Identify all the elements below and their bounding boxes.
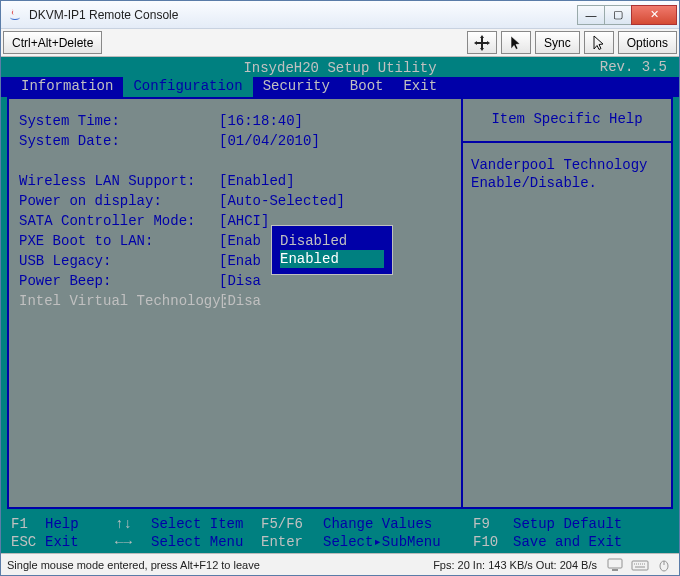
cursor-outline-icon[interactable] [584, 31, 614, 54]
menu-item-exit[interactable]: Exit [393, 77, 447, 97]
app-window: DKVM-IP1 Remote Console — ▢ ✕ Ctrl+Alt+D… [0, 0, 680, 576]
setting-value: [Enab [219, 231, 261, 251]
legend-key: ↑↓ [115, 515, 151, 533]
legend-action: Select Item [151, 515, 261, 533]
monitor-icon [607, 558, 625, 572]
keyboard-icon [631, 558, 649, 572]
setting-label: USB Legacy: [19, 251, 219, 271]
bios-revision: Rev. 3.5 [600, 57, 667, 77]
svg-rect-1 [612, 569, 618, 571]
close-button[interactable]: ✕ [631, 5, 677, 25]
setting-value: [Disa [219, 271, 261, 291]
legend-action: Setup Default [513, 515, 669, 533]
bios-body: System Time:[16:18:40]System Date:[01/04… [7, 97, 673, 509]
popup-option[interactable]: Disabled [280, 232, 384, 250]
setting-value: [AHCI] [219, 211, 269, 231]
setting-label: SATA Controller Mode: [19, 211, 219, 231]
menu-item-information[interactable]: Information [11, 77, 123, 97]
help-text: Vanderpool Technology Enable/Disable. [471, 157, 663, 192]
setting-value: [Enabled] [219, 171, 295, 191]
bios-header: InsydeH20 Setup Utility Rev. 3.5 [1, 57, 679, 77]
ctrl-alt-delete-button[interactable]: Ctrl+Alt+Delete [3, 31, 102, 54]
legend-key: F5/F6 [261, 515, 323, 533]
bios-help-panel: Item Specific Help Vanderpool Technology… [461, 99, 671, 507]
setting-value: [Auto-Selected] [219, 191, 345, 211]
setting-row[interactable]: Wireless LAN Support:[Enabled] [19, 171, 451, 191]
setting-label: Power on display: [19, 191, 219, 211]
menu-item-security[interactable]: Security [253, 77, 340, 97]
setting-label: Intel Virtual Technology: [19, 291, 219, 311]
legend-row-2: ESC Exit ←→ Select Menu Enter Select▸Sub… [11, 533, 669, 551]
svg-rect-2 [632, 561, 648, 570]
status-right: Fps: 20 In: 143 KB/s Out: 204 B/s [433, 559, 597, 571]
legend-action: Help [45, 515, 115, 533]
bios-title: InsydeH20 Setup Utility [243, 60, 436, 76]
setting-row[interactable]: System Time:[16:18:40] [19, 111, 451, 131]
options-button[interactable]: Options [618, 31, 677, 54]
setting-label: Wireless LAN Support: [19, 171, 219, 191]
legend-action: Select▸SubMenu [323, 533, 473, 551]
legend-key: F1 [11, 515, 45, 533]
legend-row-1: F1 Help ↑↓ Select Item F5/F6 Change Valu… [11, 515, 669, 533]
window-buttons: — ▢ ✕ [578, 5, 677, 25]
status-icons [607, 558, 673, 572]
cursor-icon[interactable] [501, 31, 531, 54]
bios-screen: InsydeH20 Setup Utility Rev. 3.5 Informa… [1, 57, 679, 553]
minimize-button[interactable]: — [577, 5, 605, 25]
status-left: Single mouse mode entered, press Alt+F12… [7, 559, 433, 571]
setting-label: PXE Boot to LAN: [19, 231, 219, 251]
window-title: DKVM-IP1 Remote Console [29, 8, 578, 22]
legend-key: ←→ [115, 533, 151, 551]
bios-settings-panel: System Time:[16:18:40]System Date:[01/04… [9, 99, 461, 507]
legend-action: Select Menu [151, 533, 261, 551]
setting-label: System Time: [19, 111, 219, 131]
maximize-button[interactable]: ▢ [604, 5, 632, 25]
legend-key: F10 [473, 533, 513, 551]
popup-option[interactable]: Enabled [280, 250, 384, 268]
setting-row[interactable]: System Date:[01/04/2010] [19, 131, 451, 151]
value-popup[interactable]: DisabledEnabled [271, 225, 393, 275]
statusbar: Single mouse mode entered, press Alt+F12… [1, 553, 679, 575]
legend-action: Save and Exit [513, 533, 669, 551]
legend-key: Enter [261, 533, 323, 551]
help-header: Item Specific Help [463, 107, 671, 143]
setting-label: Power Beep: [19, 271, 219, 291]
legend-action: Exit [45, 533, 115, 551]
setting-value: [Enab [219, 251, 261, 271]
svg-rect-0 [608, 559, 622, 568]
sync-button[interactable]: Sync [535, 31, 580, 54]
setting-row[interactable]: Power on display:[Auto-Selected] [19, 191, 451, 211]
toolbar: Ctrl+Alt+Delete Sync Options [1, 29, 679, 57]
legend-action: Change Values [323, 515, 473, 533]
menu-item-configuration[interactable]: Configuration [123, 77, 252, 97]
setting-label: System Date: [19, 131, 219, 151]
key-legend: F1 Help ↑↓ Select Item F5/F6 Change Valu… [1, 513, 679, 553]
bios-menu[interactable]: InformationConfigurationSecurityBootExit [1, 77, 679, 97]
legend-key: F9 [473, 515, 513, 533]
setting-value: [16:18:40] [219, 111, 303, 131]
menu-item-boot[interactable]: Boot [340, 77, 394, 97]
setting-row[interactable]: Intel Virtual Technology:[Disa [19, 291, 451, 311]
java-icon [7, 7, 23, 23]
move-icon[interactable] [467, 31, 497, 54]
legend-key: ESC [11, 533, 45, 551]
setting-value: [Disa [219, 291, 261, 311]
mouse-icon [655, 558, 673, 572]
titlebar[interactable]: DKVM-IP1 Remote Console — ▢ ✕ [1, 1, 679, 29]
setting-value: [01/04/2010] [219, 131, 320, 151]
